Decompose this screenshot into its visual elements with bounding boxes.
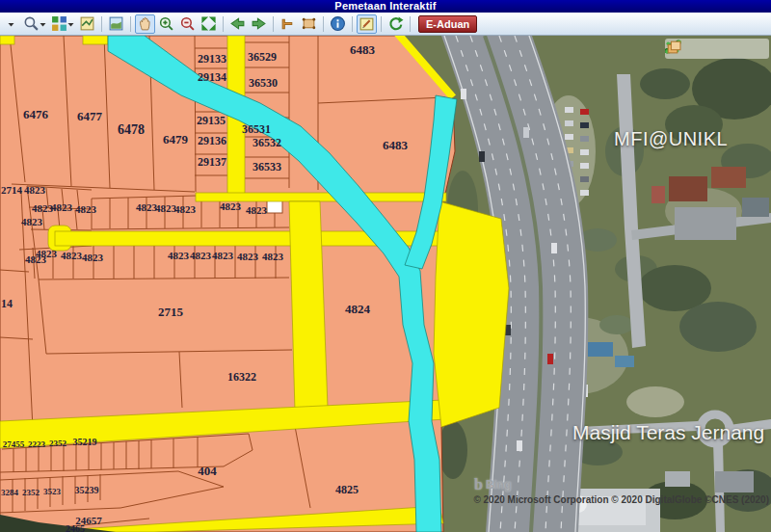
toolbar-separator [381,16,382,32]
parcel-label: 36531 [242,122,271,136]
menu-caret-icon[interactable] [1,14,20,34]
parcel-label: 4823 [24,184,46,196]
parcel-label: 36529 [248,50,277,64]
parcel-label: 404 [198,464,217,478]
toolbar-separator [273,16,274,32]
parcel-label: 4823 [174,203,197,215]
parcel-label: 4823 [21,216,43,227]
map-attribution: © 2020 Microsoft Corporation © 2020 Digi… [451,494,769,505]
parcel-label: 2223 [28,439,46,449]
toolbar-separator [130,16,131,32]
measure-mini-toolbar [665,39,769,59]
parcel-label: 16322 [227,370,256,384]
refresh-icon[interactable] [386,14,406,34]
parcel-label: 4823 [237,251,259,262]
toolbar-separator [323,16,324,32]
parcel-label: 6483 [350,42,376,57]
parcel-label: 2465 [66,523,85,532]
map-viewport[interactable]: 6476647764786479291332913429135291362913… [0,36,771,532]
parcel-label: 36530 [249,76,278,90]
parcel-label: 36532 [253,136,281,149]
parcel-label: 2352 [49,439,67,448]
bing-logo-text: Bing [486,479,512,492]
parcel-label: 2352 [22,488,40,497]
parcel-label: 2714 [1,184,23,196]
overview-map-icon[interactable] [106,14,126,34]
parcel-label: 29135 [197,114,226,127]
parcel-label: 4823 [262,251,284,262]
zoom-menu-icon[interactable] [21,14,48,34]
parcel-label: 36533 [253,160,281,173]
identify-info-icon[interactable] [328,14,348,34]
toolbar-separator [410,16,411,32]
parcel-label: 14 [1,297,13,310]
parcel-label: 6478 [118,122,145,137]
toolbar: E-Aduan [0,13,771,36]
parcel-label: 4824 [345,302,371,316]
parcel-label: 6476 [23,107,49,121]
map-label-masjid: Masjid Teras Jernang [572,421,764,444]
select-area-icon[interactable] [299,14,319,34]
parcel-label: 4823 [51,201,73,213]
bing-logo-icon: b [474,478,483,492]
toolbar-separator [101,16,102,32]
zoom-out-icon[interactable] [177,14,198,34]
edit-notes-icon[interactable] [357,14,377,34]
parcel-label: 4823 [25,253,47,265]
measure-icon[interactable] [278,14,298,34]
parcel-label: 6479 [163,132,189,146]
forward-arrow-icon[interactable] [249,14,269,34]
parcel-label: 35219 [73,437,97,447]
parcel-label: 6477 [77,109,103,123]
bing-logo[interactable]: b Bing [474,478,512,492]
map-export-icon[interactable] [77,14,97,34]
map-canvas[interactable]: 6476647764786479291332913429135291362913… [0,36,771,532]
parcel-label: 4823 [75,203,97,215]
parcel-label: 29137 [198,155,226,169]
parcel-label: 4825 [335,483,359,496]
parcel-label: 4823 [212,250,234,261]
parcel-label: 2715 [158,305,184,319]
building [669,176,707,201]
title-bar: Pemetaan Interaktif [0,0,771,13]
parcel-label: 3523 [43,487,62,496]
parcel-label: 4823 [220,200,242,212]
pan-hand-icon[interactable] [135,14,155,34]
window-title: Pemetaan Interaktif [334,0,436,12]
parcel-label: 4823 [190,250,212,261]
map-label-mfi: MFI@UNIKL [614,128,728,150]
parcel-label: 4823 [168,250,190,261]
back-arrow-icon[interactable] [227,14,248,34]
parcel-label: 6483 [383,138,409,152]
zoom-in-icon[interactable] [156,14,176,34]
layers-menu-icon[interactable] [49,14,76,34]
e-aduan-button[interactable]: E-Aduan [418,15,477,33]
parcel-label: 29134 [198,70,226,84]
parcel-label: 4823 [61,250,83,261]
parcel-label: 4823 [246,204,268,216]
parcel-label: 3284 [1,488,19,497]
parcel-label: 29133 [198,52,226,66]
yellow-parcel [434,201,509,427]
full-extent-icon[interactable] [199,14,219,34]
parcel-label: 35239 [75,485,99,495]
parcel-label: 29136 [198,134,226,147]
toolbar-separator [223,16,224,32]
parcel-label: 27455 [3,439,25,449]
parcel-label: 4823 [82,252,104,263]
toolbar-separator [352,16,353,32]
